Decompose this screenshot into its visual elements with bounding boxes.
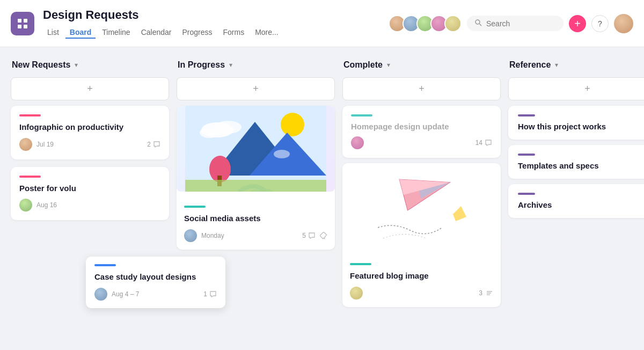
user-avatar[interactable] <box>614 14 633 33</box>
column-header-in-progress: In Progress ▾ <box>177 58 335 72</box>
add-button[interactable]: + <box>569 15 586 32</box>
card-title: Homepage design update <box>351 122 492 131</box>
column-title-reference: Reference <box>509 60 551 70</box>
column-title-complete: Complete <box>343 60 383 70</box>
card-accent <box>351 114 372 116</box>
card-social[interactable]: Social media assets Monday 5 <box>177 106 335 250</box>
chevron-reference: ▾ <box>555 61 558 69</box>
search-icon <box>474 19 482 28</box>
card-infographic[interactable]: Infographic on productivity Jul 19 2 <box>11 106 169 159</box>
card-meta <box>351 136 364 149</box>
tooltip-card-avatar <box>94 288 107 301</box>
header-title-area: Design Requests List Board Timeline Cale… <box>43 8 380 38</box>
card-accent <box>350 263 371 265</box>
tooltip-card-date: Aug 4 – 7 <box>112 290 139 298</box>
card-footer: Aug 16 <box>19 199 160 212</box>
card-footer: 14 <box>351 136 492 149</box>
nav-more[interactable]: More... <box>251 26 283 39</box>
card-avatar <box>19 199 32 212</box>
card-footer: Jul 19 2 <box>19 138 160 151</box>
search-bar[interactable] <box>467 16 564 31</box>
page-title: Design Requests <box>43 8 380 22</box>
nav-board[interactable]: Board <box>65 26 96 39</box>
nav-timeline[interactable]: Timeline <box>98 26 134 39</box>
column-new-requests: New Requests ▾ + Infographic on producti… <box>11 58 169 220</box>
add-card-reference[interactable]: + <box>508 77 644 100</box>
ref-how[interactable]: How this project works <box>508 106 644 140</box>
add-card-in-progress[interactable]: + <box>177 77 335 100</box>
card-content: Featured blog image 3 <box>342 256 501 307</box>
card-meta: Aug 4 – 7 <box>94 288 139 301</box>
tooltip-card-accent <box>94 264 116 266</box>
header-right: + ? <box>389 14 633 33</box>
add-card-new-requests[interactable]: + <box>11 77 169 100</box>
card-avatar <box>350 287 363 300</box>
nav-list[interactable]: List <box>43 26 63 39</box>
card-date: Jul 19 <box>36 141 54 148</box>
svg-point-9 <box>200 127 219 138</box>
card-comment-count: 5 <box>302 232 327 239</box>
tooltip-card-footer: Aug 4 – 7 1 <box>94 288 217 301</box>
ref-title: Archives <box>518 200 644 209</box>
ref-title: How this project works <box>518 122 644 131</box>
column-title-new-requests: New Requests <box>12 60 70 70</box>
chevron-in-progress: ▾ <box>229 61 232 69</box>
ref-archives[interactable]: Archives <box>508 184 644 218</box>
main-nav: List Board Timeline Calendar Progress Fo… <box>43 26 380 39</box>
svg-point-16 <box>274 150 290 158</box>
card-footer: Monday 5 <box>184 229 327 242</box>
ref-templates[interactable]: Templates and specs <box>508 145 644 179</box>
svg-rect-1 <box>24 19 27 23</box>
nav-progress[interactable]: Progress <box>178 26 216 39</box>
chevron-new-requests: ▾ <box>75 61 78 69</box>
tooltip-card[interactable]: Case study layout designs Aug 4 – 7 1 <box>86 257 225 308</box>
card-meta: Monday <box>184 229 224 242</box>
svg-rect-15 <box>185 180 326 192</box>
svg-point-4 <box>475 20 480 24</box>
column-header-complete: Complete ▾ <box>342 58 501 72</box>
svg-point-10 <box>281 113 304 136</box>
nav-calendar[interactable]: Calendar <box>137 26 176 39</box>
column-complete: Complete ▾ + Homepage design update 14 <box>342 58 501 307</box>
card-meta <box>350 287 363 300</box>
column-reference: Reference ▾ + How this project works Tem… <box>508 58 644 218</box>
card-title: Featured blog image <box>350 271 493 281</box>
card-avatar <box>351 136 364 149</box>
card-title: Social media assets <box>184 213 327 224</box>
card-accent <box>184 206 206 208</box>
card-homepage[interactable]: Homepage design update 14 <box>342 106 501 158</box>
svg-rect-0 <box>18 19 21 23</box>
help-button[interactable]: ? <box>591 15 609 32</box>
card-comment-count: 2 <box>147 141 160 148</box>
chevron-complete: ▾ <box>387 61 390 69</box>
svg-line-5 <box>480 24 482 26</box>
ref-accent <box>518 114 535 116</box>
card-meta: Aug 16 <box>19 199 57 212</box>
svg-rect-3 <box>24 25 27 28</box>
column-header-reference: Reference ▾ <box>508 58 644 72</box>
card-avatar <box>184 229 197 242</box>
add-card-complete[interactable]: + <box>342 77 501 100</box>
card-image-mountain <box>177 106 335 192</box>
card-poster[interactable]: Poster for volu Aug 16 <box>11 167 169 221</box>
nav-forms[interactable]: Forms <box>219 26 249 39</box>
svg-rect-2 <box>18 25 21 28</box>
svg-rect-17 <box>351 163 492 249</box>
search-input[interactable] <box>486 19 551 28</box>
app-icon <box>11 12 34 35</box>
app-header: Design Requests List Board Timeline Cale… <box>0 0 644 47</box>
board: New Requests ▾ + Infographic on producti… <box>0 47 644 350</box>
tooltip-card-comment: 1 <box>203 290 217 298</box>
avatar-5 <box>444 15 462 32</box>
card-date: Monday <box>201 232 224 239</box>
card-image-plane <box>342 163 501 249</box>
card-content: Social media assets Monday 5 <box>177 198 335 250</box>
card-date: Aug 16 <box>36 201 57 209</box>
card-blog[interactable]: Featured blog image 3 <box>342 163 501 307</box>
card-footer: 3 <box>350 287 493 300</box>
card-meta: Jul 19 <box>19 138 54 151</box>
tooltip-card-title: Case study layout designs <box>94 272 217 282</box>
card-avatar <box>19 138 32 151</box>
card-title: Poster for volu <box>19 183 160 194</box>
column-header-new-requests: New Requests ▾ <box>11 58 169 72</box>
